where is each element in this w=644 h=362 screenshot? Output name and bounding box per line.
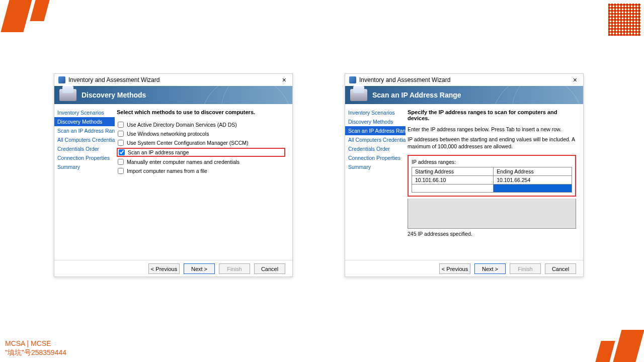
ip-start-cell[interactable]: 10.101.66.10 — [412, 176, 494, 185]
nav-item[interactable]: Discovery Methods — [345, 117, 406, 126]
nav-item[interactable]: All Computers Credentials — [54, 135, 115, 144]
footer-line2: "填坑"号258359444 — [5, 348, 66, 357]
option-checkbox[interactable] — [119, 149, 125, 155]
wizard-content: Specify the IP address ranges to scan fo… — [406, 104, 583, 260]
wizard-nav: Inventory ScenariosDiscovery MethodsScan… — [345, 104, 406, 260]
wizard-content: Select which methods to use to discover … — [115, 104, 292, 260]
wizard-title: Inventory and Assessment Wizard — [359, 76, 450, 83]
option-checkbox[interactable] — [118, 140, 124, 146]
ip-row-empty[interactable] — [412, 185, 572, 193]
col-starting-address: Starting Address — [412, 167, 494, 176]
nav-item[interactable]: Summary — [54, 162, 115, 171]
option-checkbox[interactable] — [118, 168, 124, 174]
nav-item[interactable]: All Computers Credentials — [345, 135, 406, 144]
discovery-option[interactable]: Manually enter computer names and creden… — [117, 157, 285, 166]
option-label: Use Active Directory Domain Services (AD… — [127, 122, 237, 128]
col-ending-address: Ending Address — [494, 167, 572, 176]
cancel-button[interactable]: Cancel — [545, 263, 576, 274]
footer-text: MCSA | MCSE "填坑"号258359444 — [5, 339, 66, 357]
wizard-header-title: Discovery Methods — [82, 91, 146, 99]
nav-item[interactable]: Summary — [345, 162, 406, 171]
nav-item[interactable]: Discovery Methods — [54, 117, 115, 126]
content-instruction: Enter the IP address ranges below. Press… — [408, 126, 576, 132]
content-heading: Select which methods to use to discover … — [117, 109, 285, 115]
cancel-button[interactable]: Cancel — [254, 263, 285, 274]
next-button[interactable]: Next > — [474, 263, 506, 274]
wizard-buttons: < Previous Next > Finish Cancel — [345, 260, 583, 277]
wizard-header: Discovery Methods — [54, 86, 292, 104]
content-note: IP addresses between the starting and en… — [408, 136, 576, 150]
finish-button[interactable]: Finish — [510, 263, 541, 274]
discovery-option[interactable]: Use Windows networking protocols — [117, 129, 285, 138]
discovery-option[interactable]: Import computer names from a file — [117, 166, 285, 175]
close-icon[interactable]: × — [571, 76, 579, 84]
wizard-nav: Inventory ScenariosDiscovery MethodsScan… — [54, 104, 115, 260]
ip-start-cell[interactable] — [412, 185, 494, 193]
wizard-buttons: < Previous Next > Finish Cancel — [54, 260, 292, 277]
discovery-option[interactable]: Use Active Directory Domain Services (AD… — [117, 120, 285, 129]
ip-range-table[interactable]: Starting Address Ending Address 10.101.6… — [412, 167, 572, 193]
ip-ranges-label: IP address ranges: — [412, 159, 572, 165]
ip-range-box: IP address ranges: Starting Address Endi… — [408, 155, 576, 197]
app-icon — [349, 76, 356, 83]
wizard-titlebar: Inventory and Assessment Wizard × — [345, 74, 583, 86]
nav-item[interactable]: Inventory Scenarios — [345, 108, 406, 117]
wizard-header: Scan an IP Address Range — [345, 86, 583, 104]
option-label: Import computer names from a file — [127, 168, 207, 174]
ip-row[interactable]: 10.101.66.1010.101.66.254 — [412, 176, 572, 185]
ip-end-cell[interactable]: 10.101.66.254 — [494, 176, 572, 185]
ip-end-cell-selected[interactable] — [494, 185, 572, 193]
nav-item[interactable]: Credentials Order — [54, 144, 115, 153]
wizard-discovery-methods: Inventory and Assessment Wizard × Discov… — [54, 73, 293, 277]
ip-count-label: 245 IP addresses specified. — [408, 231, 576, 237]
option-label: Use Windows networking protocols — [127, 131, 209, 137]
wizard-title: Inventory and Assessment Wizard — [68, 76, 159, 83]
computer-icon — [59, 89, 76, 101]
nav-item[interactable]: Scan an IP Address Range — [345, 126, 406, 135]
qr-code-icon — [607, 3, 641, 37]
option-label: Manually enter computer names and creden… — [127, 159, 239, 165]
nav-item[interactable]: Connection Properties — [345, 153, 406, 162]
finish-button[interactable]: Finish — [219, 263, 250, 274]
next-button[interactable]: Next > — [184, 263, 215, 274]
wizard-header-title: Scan an IP Address Range — [372, 91, 461, 99]
nav-item[interactable]: Connection Properties — [54, 153, 115, 162]
discovery-option[interactable]: Scan an IP address range — [117, 148, 285, 157]
previous-button[interactable]: < Previous — [148, 263, 180, 274]
option-checkbox[interactable] — [118, 122, 124, 128]
discovery-option[interactable]: Use System Center Configuration Manager … — [117, 138, 285, 147]
wizard-titlebar: Inventory and Assessment Wizard × — [54, 74, 292, 86]
option-checkbox[interactable] — [118, 159, 124, 165]
close-icon[interactable]: × — [280, 76, 288, 84]
nav-item[interactable]: Scan an IP Address Range — [54, 126, 115, 135]
option-checkbox[interactable] — [118, 131, 124, 137]
app-icon — [58, 76, 65, 83]
computer-icon — [350, 89, 367, 101]
option-label: Use System Center Configuration Manager … — [127, 140, 249, 146]
previous-button[interactable]: < Previous — [439, 263, 470, 274]
ip-grid-empty-area[interactable] — [408, 199, 576, 229]
footer-line1: MCSA | MCSE — [5, 339, 66, 348]
nav-item[interactable]: Inventory Scenarios — [54, 108, 115, 117]
content-heading: Specify the IP address ranges to scan fo… — [408, 109, 576, 121]
nav-item[interactable]: Credentials Order — [345, 144, 406, 153]
option-label: Scan an IP address range — [128, 149, 189, 155]
wizard-scan-ip-range: Inventory and Assessment Wizard × Scan a… — [345, 73, 584, 277]
